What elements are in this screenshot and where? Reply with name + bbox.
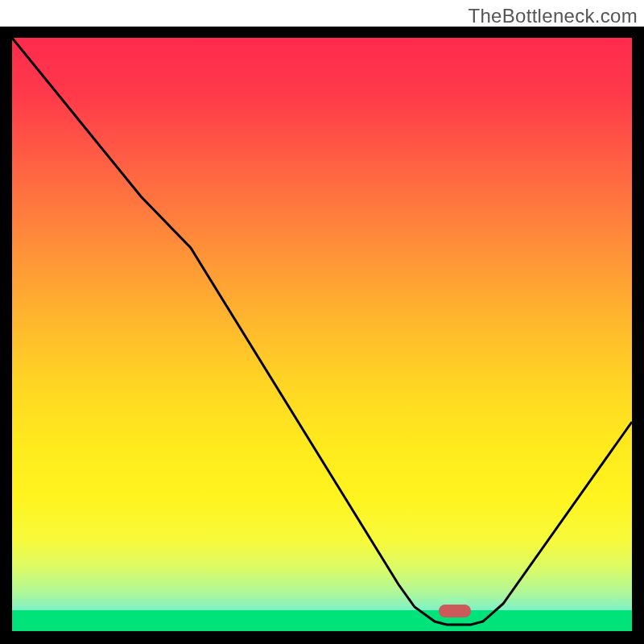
bottleneck-curve <box>12 38 632 625</box>
watermark-label: TheBottleneck.com <box>468 5 638 27</box>
curve-svg <box>12 38 632 631</box>
plot-area <box>12 38 632 631</box>
chart-frame <box>0 27 644 644</box>
